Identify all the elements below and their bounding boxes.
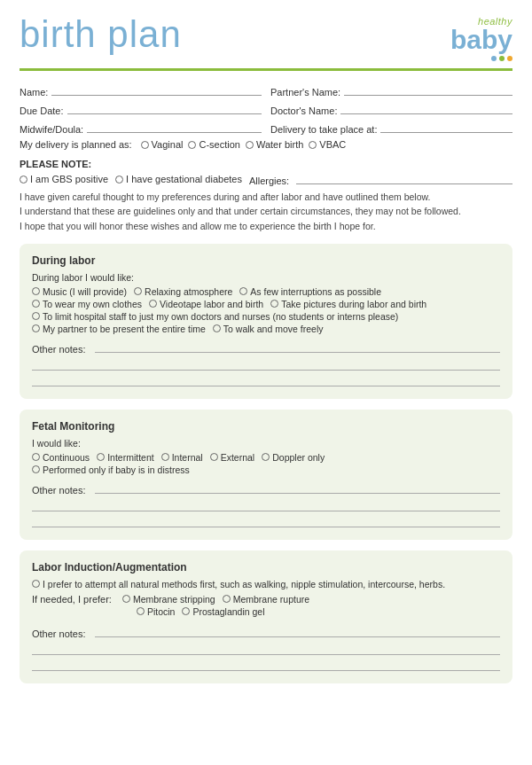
during-labor-notes-label: Other notes:	[32, 344, 86, 355]
intro-line-1: I have given careful thought to my prefe…	[20, 190, 512, 204]
radio-waterbirth	[246, 141, 254, 149]
radio-continuous	[32, 453, 40, 461]
labor-induction-notes-label: Other notes:	[32, 628, 86, 639]
fetal-monitoring-extra-1[interactable]	[32, 499, 500, 511]
radio-csection	[188, 141, 196, 149]
radio-music	[32, 287, 40, 295]
labor-induction-extra-1[interactable]	[32, 643, 500, 655]
option-relaxing[interactable]: Relaxing atmosphere	[134, 286, 232, 297]
radio-vaginal	[141, 141, 149, 149]
option-continuous-label: Continuous	[43, 452, 90, 463]
midwife-input[interactable]	[87, 121, 262, 133]
option-external[interactable]: External	[210, 452, 255, 463]
please-note-section: PLEASE NOTE: I am GBS positive I have ge…	[20, 159, 512, 186]
page: birth plan healthy baby Name: Partner's …	[0, 0, 532, 765]
logo-baby: baby	[450, 27, 512, 53]
doctors-name-field: Doctor's Name:	[270, 102, 512, 116]
delivery-place-input[interactable]	[380, 121, 512, 133]
option-internal[interactable]: Internal	[161, 452, 203, 463]
induction-row-1: Membrane stripping Membrane rupture	[122, 594, 309, 605]
gbs-option[interactable]: I am GBS positive	[20, 174, 108, 184]
radio-natural	[32, 580, 40, 588]
option-doppler-label: Doppler only	[272, 452, 325, 463]
option-membrane-strip[interactable]: Membrane stripping	[122, 594, 215, 605]
during-labor-title: During labor	[32, 254, 500, 267]
option-music[interactable]: Music (I will provide)	[32, 286, 127, 297]
allergies-input[interactable]	[296, 172, 512, 184]
during-labor-extra-2[interactable]	[32, 374, 500, 386]
option-prostaglandin[interactable]: Prostaglandin gel	[182, 606, 264, 617]
during-labor-extra-lines	[32, 358, 500, 386]
radio-relaxing	[134, 287, 142, 295]
name-input[interactable]	[51, 83, 262, 96]
option-internal-label: Internal	[172, 452, 203, 463]
option-videotape-label: Videotape labor and birth	[160, 299, 263, 309]
option-distress-label: Performed only if baby is in distress	[43, 464, 190, 475]
option-limit-staff[interactable]: To limit hospital staff to just my own d…	[32, 311, 398, 322]
labor-induction-notes-line[interactable]	[95, 625, 500, 637]
delivery-option-vbac[interactable]: VBAC	[309, 139, 346, 150]
labor-induction-extra-2[interactable]	[32, 659, 500, 671]
due-date-input[interactable]	[67, 102, 262, 114]
delivery-option-waterbirth[interactable]: Water birth	[246, 139, 303, 150]
option-natural-label: I prefer to attempt all natural methods …	[43, 579, 445, 589]
option-music-label: Music (I will provide)	[43, 286, 127, 297]
option-clothes[interactable]: To wear my own clothes	[32, 299, 142, 309]
during-labor-row-1: Music (I will provide) Relaxing atmosphe…	[32, 286, 500, 297]
during-labor-extra-1[interactable]	[32, 358, 500, 371]
intro-line-2: I understand that these are guidelines o…	[20, 204, 512, 218]
option-natural-methods[interactable]: I prefer to attempt all natural methods …	[32, 579, 445, 589]
please-note-label: PLEASE NOTE:	[20, 159, 512, 169]
option-membrane-strip-label: Membrane stripping	[133, 594, 215, 605]
during-labor-row-4: My partner to be present the entire time…	[32, 324, 500, 334]
delivery-csection-label: C-section	[199, 139, 239, 150]
option-partner[interactable]: My partner to be present the entire time	[32, 324, 206, 334]
partners-name-input[interactable]	[344, 83, 512, 96]
radio-distress	[32, 465, 40, 473]
option-videotape[interactable]: Videotape labor and birth	[149, 299, 263, 309]
during-labor-row-2: To wear my own clothes Videotape labor a…	[32, 299, 500, 309]
option-walk[interactable]: To walk and move freely	[213, 324, 324, 334]
option-intermittent[interactable]: Intermittent	[97, 452, 154, 463]
labor-induction-intro-row: I prefer to attempt all natural methods …	[32, 579, 500, 589]
option-distress[interactable]: Performed only if baby is in distress	[32, 464, 190, 475]
option-clothes-label: To wear my own clothes	[43, 299, 142, 309]
option-walk-label: To walk and move freely	[223, 324, 324, 334]
option-doppler[interactable]: Doppler only	[262, 452, 325, 463]
doctors-name-input[interactable]	[340, 102, 512, 114]
delivery-place-field: Delivery to take place at:	[270, 121, 512, 135]
option-interruptions[interactable]: As few interruptions as possible	[239, 286, 381, 297]
radio-limit-staff	[32, 312, 40, 320]
option-pitocin[interactable]: Pitocin	[122, 606, 176, 617]
delivery-vbac-label: VBAC	[319, 139, 346, 150]
during-labor-notes: Other notes:	[32, 340, 500, 355]
option-membrane-rupture[interactable]: Membrane rupture	[223, 594, 309, 605]
allergies-field: Allergies:	[249, 172, 512, 186]
labor-induction-extra-lines	[32, 643, 500, 671]
delivery-option-vaginal[interactable]: Vaginal	[141, 139, 184, 150]
option-continuous[interactable]: Continuous	[32, 452, 90, 463]
radio-internal	[161, 453, 169, 461]
delivery-waterbirth-label: Water birth	[256, 139, 303, 150]
partners-name-label: Partner's Name:	[270, 87, 340, 98]
option-pictures-label: Take pictures during labor and birth	[281, 299, 426, 309]
intro-line-3: I hope that you will honor these wishes …	[20, 219, 512, 233]
fetal-monitoring-notes: Other notes:	[32, 481, 500, 496]
fetal-monitoring-notes-line[interactable]	[95, 481, 500, 494]
radio-membrane-rupture	[223, 595, 231, 603]
during-labor-notes-line[interactable]	[95, 340, 500, 353]
radio-partner	[32, 324, 40, 332]
radio-pitocin	[137, 607, 145, 615]
gbs-label: I am GBS positive	[30, 174, 108, 184]
radio-videotape	[149, 300, 157, 308]
delivery-option-csection[interactable]: C-section	[188, 139, 239, 150]
fetal-monitoring-row-2: Performed only if baby is in distress	[32, 464, 500, 475]
fetal-monitoring-extra-2[interactable]	[32, 515, 500, 527]
radio-interruptions	[239, 287, 247, 295]
radio-doppler	[262, 453, 270, 461]
option-pictures[interactable]: Take pictures during labor and birth	[270, 299, 426, 309]
delivery-planned-row: My delivery is planned as: Vaginal C-sec…	[20, 139, 512, 150]
labor-induction-section: Labor Induction/Augmentation I prefer to…	[20, 550, 512, 683]
diabetes-option[interactable]: I have gestational diabetes	[115, 174, 242, 184]
radio-prostaglandin	[182, 607, 190, 615]
